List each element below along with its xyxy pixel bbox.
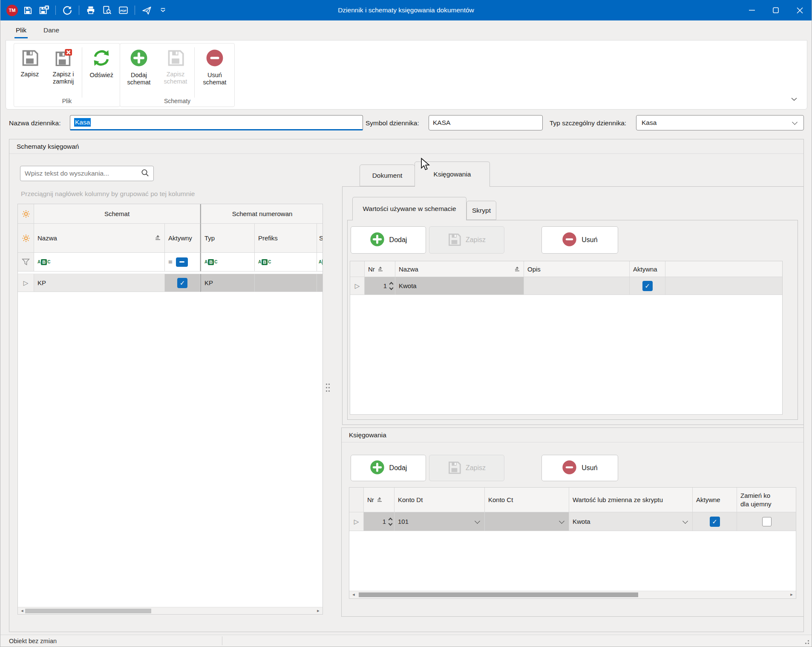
usun-schemat-button[interactable]: Usuń schemat [196,47,234,86]
checkbox-indeterminate-icon[interactable] [176,257,188,267]
column-header-typ[interactable]: Typ [200,224,255,253]
minimize-button[interactable] [740,0,764,20]
postings-usun-button[interactable]: Usuń [541,455,618,481]
column-header-aktywna[interactable]: Aktywna [630,261,665,277]
schemat-row-kp[interactable]: ▷ KP ✓ KP [18,274,322,292]
toolbar-overflow-icon[interactable] [156,4,169,17]
column-header-cut[interactable]: S [317,224,323,253]
print-icon[interactable] [84,4,97,17]
tab-skrypt[interactable]: Skrypt [466,201,496,220]
status-text: Obiekt bez zmian [0,638,57,644]
tab-ksiegowania[interactable]: Księgowania [415,162,490,187]
values-dodaj-button[interactable]: Dodaj [351,226,426,254]
save-icon[interactable] [21,4,34,17]
odswiez-button[interactable]: Odśwież [83,47,120,79]
save-close-icon[interactable] [37,4,50,17]
horizontal-scrollbar[interactable]: ◄ ► [18,607,322,614]
filter-row-icon[interactable] [18,253,34,272]
scroll-left-icon[interactable]: ◄ [19,607,26,614]
column-header-nr[interactable]: Nr [364,488,394,512]
send-icon[interactable] [140,4,153,17]
tab-wartosci-uzywane[interactable]: Wartości używane w schemacie [352,197,466,220]
cell-typ[interactable]: KP [200,274,255,292]
refresh-icon[interactable] [61,4,74,17]
dodaj-schemat-button[interactable]: Dodaj schemat [120,47,158,86]
typ-szczegolny-dropdown[interactable]: Kasa [636,115,804,130]
postings-zapisz-button[interactable]: Zapisz [429,455,504,481]
cell-cut[interactable] [317,274,323,292]
spinner-icon[interactable] [389,518,392,525]
scrollbar-thumb[interactable] [359,592,638,597]
cell-opis[interactable] [524,277,630,295]
values-zapisz-button[interactable]: Zapisz [429,226,504,254]
column-header-prefiks[interactable]: Prefiks [255,224,317,253]
filter-operator[interactable]: = [168,258,173,266]
tab-dokument[interactable]: Dokument [360,165,415,186]
grid-options-icon[interactable] [18,204,34,224]
column-header-nr[interactable]: Nr [365,261,395,277]
column-header-wartosc[interactable]: Wartość lub zmienna ze skryptu [569,488,693,512]
scroll-left-icon[interactable]: ◄ [350,591,357,598]
cell-nr[interactable]: 1 [364,512,394,531]
cell-wartosc-dropdown[interactable]: Kwota [569,512,693,531]
row-expander[interactable]: ▷ [349,512,364,531]
column-header-nazwa[interactable]: Nazwa [34,224,165,253]
maximize-button[interactable] [764,0,788,20]
checkbox-checked-icon[interactable]: ✓ [710,517,720,527]
groupbox-title: Księgowania [342,428,803,442]
filter-cell-nazwa[interactable]: ABC [34,253,165,272]
checkbox-checked-icon[interactable]: ✓ [177,278,187,288]
grid-options-icon[interactable] [18,224,34,253]
checkbox-unchecked-icon[interactable] [762,517,772,526]
nazwa-dziennika-input[interactable]: Kasa [70,115,363,130]
postings-dodaj-button[interactable]: Dodaj [351,455,426,481]
cell-nr[interactable]: 1 [365,277,395,295]
cell-nazwa[interactable]: KP [34,274,165,292]
cell-aktywne[interactable]: ✓ [693,512,737,531]
column-header-opis[interactable]: Opis [524,261,630,277]
cell-prefiks[interactable] [255,274,317,292]
menu-tab-dane[interactable]: Dane [38,22,64,38]
values-usun-button[interactable]: Usuń [541,226,618,254]
column-header-aktywny[interactable]: Aktywny [165,224,200,253]
scrollbar-thumb[interactable] [25,609,151,613]
row-expander[interactable]: ▷ [350,277,365,295]
schemat-search-box[interactable] [20,166,154,181]
search-input[interactable] [25,170,141,177]
band-header-schemat[interactable]: Schemat [34,204,200,224]
column-header-zamien-konta[interactable]: Zamień ko dla ujemny [737,488,796,512]
band-header-schemat-numerowania[interactable]: Schemat numerowan [200,204,323,224]
zapisz-button[interactable]: Zapisz [14,47,46,78]
search-icon[interactable] [141,169,149,179]
zapisz-schemat-button[interactable]: Zapisz schemat [158,47,193,85]
scroll-right-icon[interactable]: ► [788,591,795,598]
filter-cell-aktywny[interactable]: = [165,253,200,272]
close-button[interactable] [788,0,812,20]
row-expander[interactable]: ▷ [18,274,34,292]
column-header-konto-dt[interactable]: Konto Dt [394,488,485,512]
postings-row-1[interactable]: ▷ 1 101 Kwota ✓ [349,512,796,531]
cell-aktywny[interactable]: ✓ [165,274,200,292]
horizontal-scrollbar[interactable]: ◄ ► [349,591,796,598]
filter-cell-prefiks[interactable]: ABC [255,253,317,272]
zapisz-i-zamknij-button[interactable]: Zapisz i zamknij [46,47,81,85]
menu-tab-plik[interactable]: Plik [11,22,32,38]
filter-cell-typ[interactable]: ABC [200,253,255,272]
column-header-aktywne[interactable]: Aktywne [693,488,737,512]
symbol-dziennika-input[interactable]: KASA [429,115,543,130]
cell-konto-ct-dropdown[interactable] [485,512,569,531]
values-row-kwota[interactable]: ▷ 1 Kwota ✓ [350,277,782,295]
ribbon-collapse-icon[interactable] [791,95,798,103]
export-pdf-icon[interactable]: PDF [117,4,130,17]
spinner-icon[interactable] [390,283,393,289]
print-preview-icon[interactable] [101,4,113,17]
cell-zamien-konta[interactable] [737,512,796,531]
checkbox-checked-icon[interactable]: ✓ [642,281,653,291]
cell-nazwa[interactable]: Kwota [395,277,524,295]
filter-cell-cut[interactable]: AB [317,253,323,272]
column-header-konto-ct[interactable]: Konto Ct [485,488,569,512]
scroll-right-icon[interactable]: ► [315,607,322,614]
column-header-nazwa[interactable]: Nazwa [395,261,524,277]
cell-aktywna[interactable]: ✓ [630,277,665,295]
cell-konto-dt-dropdown[interactable]: 101 [394,512,485,531]
